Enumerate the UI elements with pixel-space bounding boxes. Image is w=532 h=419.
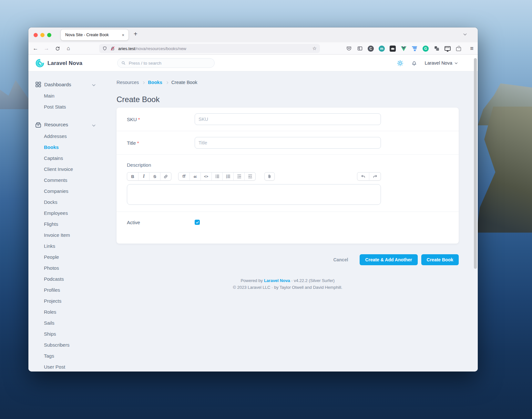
sidebar-item[interactable]: Captains — [44, 155, 107, 162]
sidebar-section-label: Dashboards — [44, 82, 71, 88]
global-search[interactable] — [117, 58, 215, 68]
sidebar-view-icon[interactable] — [356, 45, 363, 52]
tracking-shield-icon[interactable] — [102, 46, 107, 51]
sidebar-item[interactable]: People — [44, 254, 107, 261]
screenshot-monitor-icon[interactable] — [444, 45, 451, 52]
description-field-row: Description B I S — [117, 155, 459, 212]
footer-copyright: © 2023 Laravel LLC · by Taylor Otwell an… — [117, 284, 459, 291]
back-button[interactable]: ← — [31, 42, 40, 55]
page-scrollbar[interactable] — [474, 58, 477, 269]
sidebar-section-label: Resources — [44, 122, 68, 128]
sidebar-item[interactable]: Employees — [44, 210, 107, 217]
create-add-another-button[interactable]: Create & Add Another — [360, 254, 417, 265]
quote-button[interactable]: “ — [189, 173, 200, 180]
sidebar-item[interactable]: Photos — [44, 265, 107, 272]
sidebar-item[interactable]: Podcasts — [44, 276, 107, 283]
minimize-window-button[interactable] — [40, 33, 45, 37]
theme-toggle-sun-icon[interactable] — [397, 60, 404, 67]
sidebar-header-dashboards[interactable]: Dashboards — [35, 81, 107, 88]
sidebar-item[interactable]: Subscribers — [44, 342, 107, 349]
notifications-bell-icon[interactable] — [411, 60, 417, 67]
editor-toolbar: B I S tT — [127, 172, 381, 181]
tab-bar: Nova Site - Create Book × + — [28, 27, 478, 42]
reload-icon[interactable] — [53, 42, 62, 55]
sidebar-header-resources[interactable]: Resources — [35, 121, 107, 128]
blocks-extension-icon[interactable] — [433, 45, 440, 52]
title-input[interactable] — [195, 137, 381, 149]
description-editor[interactable] — [127, 184, 381, 205]
sidebar-item[interactable]: Roles — [44, 309, 107, 316]
sidebar-dashboard-items: Main Post Stats — [35, 93, 107, 110]
forward-button[interactable]: → — [42, 42, 51, 55]
app-menu-icon[interactable]: ≡ — [468, 45, 475, 52]
sidebar-item[interactable]: Projects — [44, 298, 107, 305]
sidebar-item[interactable]: User Post — [44, 364, 107, 371]
sidebar-item[interactable]: Comments — [44, 177, 107, 184]
search-input[interactable] — [129, 61, 211, 66]
sidebar: Dashboards Main Post Stats — [28, 71, 107, 372]
sku-input[interactable] — [195, 113, 381, 125]
laravel-nova-logo — [36, 59, 44, 68]
sidebar-item[interactable]: Invoice Item — [44, 232, 107, 239]
bold-button[interactable]: B — [127, 173, 138, 180]
vue-devtools-icon[interactable] — [400, 45, 407, 52]
nova-brand[interactable]: Laravel Nova — [36, 59, 82, 68]
sidebar-item[interactable]: Books — [44, 144, 107, 151]
attach-file-button[interactable] — [265, 173, 274, 180]
blue-bars-extension-icon[interactable] — [411, 45, 418, 52]
close-window-button[interactable] — [34, 33, 38, 37]
sidebar-item[interactable]: Flights — [44, 221, 107, 228]
breadcrumb-books[interactable]: Books — [148, 80, 162, 85]
sidebar-item[interactable]: Profiles — [44, 287, 107, 294]
ordered-list-button[interactable]: 1 2 3 — [222, 173, 233, 180]
active-checkbox[interactable] — [195, 220, 200, 225]
cancel-button[interactable]: Cancel — [333, 257, 348, 262]
extension-icons: C m G — [345, 42, 475, 55]
address-bar[interactable]: aries.test/nova/resources/books/new ☆ — [99, 44, 320, 53]
outdent-button[interactable] — [233, 173, 244, 180]
close-tab-icon[interactable]: × — [120, 32, 126, 38]
sidebar-item[interactable]: Main — [44, 93, 107, 100]
sidebar-item[interactable]: Ships — [44, 331, 107, 338]
browser-window: Nova Site - Create Book × + ← → ⌂ — [28, 27, 478, 372]
redo-button[interactable] — [369, 173, 381, 180]
extensions-puzzle-icon[interactable] — [455, 45, 462, 52]
sidebar-item[interactable]: Addresses — [44, 133, 107, 140]
heading-button[interactable]: tT — [179, 173, 189, 180]
sidebar-item[interactable]: Links — [44, 243, 107, 250]
strikethrough-button[interactable]: S — [149, 173, 160, 180]
bullet-list-button[interactable] — [211, 173, 222, 180]
breadcrumb-current: Create Book — [171, 80, 198, 85]
sidebar-item[interactable]: Sails — [44, 320, 107, 327]
breadcrumb-resources[interactable]: Resources — [117, 80, 139, 85]
create-book-button[interactable]: Create Book — [421, 254, 459, 265]
form-actions: Cancel Create & Add Another Create Book — [117, 254, 459, 265]
sidebar-item[interactable]: Client Invoice — [44, 166, 107, 173]
list-tabs-icon[interactable] — [464, 32, 467, 36]
footer-brand-link[interactable]: Laravel Nova — [264, 278, 290, 283]
bookmark-star-icon[interactable]: ☆ — [312, 46, 317, 51]
undo-button[interactable] — [357, 173, 369, 180]
new-tab-button[interactable]: + — [134, 30, 138, 38]
grammarly-icon[interactable]: G — [422, 45, 429, 52]
mastodon-icon[interactable]: m — [378, 45, 385, 52]
sidebar-item[interactable]: Post Stats — [44, 104, 107, 110]
insecure-lock-icon[interactable] — [110, 46, 115, 51]
browser-tab[interactable]: Nova Site - Create Book × — [61, 29, 128, 40]
link-button[interactable] — [160, 173, 171, 180]
colorzilla-icon[interactable]: C — [367, 45, 374, 52]
sidebar-item[interactable]: Companies — [44, 188, 107, 195]
user-menu[interactable]: Laravel Nova — [425, 60, 457, 66]
pocket-icon[interactable] — [345, 45, 352, 52]
code-button[interactable]: <> — [200, 173, 211, 180]
dark-extension-icon[interactable] — [389, 45, 396, 52]
home-button[interactable]: ⌂ — [64, 42, 73, 55]
archive-box-icon — [35, 121, 42, 128]
sidebar-item[interactable]: Docks — [44, 199, 107, 206]
indent-button[interactable] — [244, 173, 255, 180]
italic-button[interactable]: I — [138, 173, 149, 180]
chevron-right-icon — [165, 81, 168, 84]
zoom-window-button[interactable] — [47, 33, 51, 37]
sidebar-item[interactable]: Tags — [44, 353, 107, 360]
grid-icon — [35, 81, 42, 88]
